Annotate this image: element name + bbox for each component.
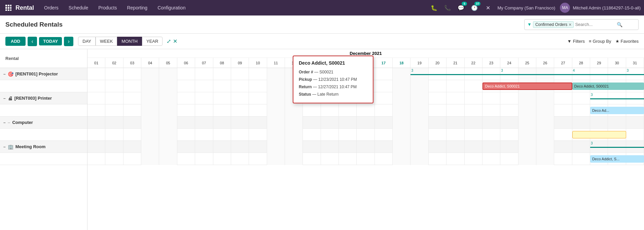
cal-cell-row0-day11[interactable]: [267, 68, 285, 80]
cal-cell-row0-day17[interactable]: [375, 68, 393, 80]
add-button[interactable]: ADD: [5, 37, 26, 46]
cal-cell-row4-day28[interactable]: [572, 117, 590, 129]
cal-cell-row5-day9[interactable]: [231, 129, 249, 141]
cal-cell-row4-day16[interactable]: [357, 117, 374, 129]
cal-cell-row6-day17[interactable]: [375, 141, 393, 153]
cal-cell-row2-day18[interactable]: [393, 92, 410, 104]
cal-cell-row3-day9[interactable]: [231, 104, 249, 117]
cal-cell-row4-day17[interactable]: [375, 117, 393, 129]
cal-cell-row2-day20[interactable]: [429, 92, 446, 104]
cal-cell-row2-day22[interactable]: [465, 92, 482, 104]
cal-cell-row3-day7[interactable]: [195, 104, 213, 117]
cal-cell-row4-day2[interactable]: [105, 117, 123, 129]
cal-cell-row6-day12[interactable]: [285, 141, 303, 153]
cal-cell-row3-day5[interactable]: [159, 104, 177, 117]
cal-cell-row4-day15[interactable]: [339, 117, 357, 129]
cal-cell-row2-day25[interactable]: [518, 92, 536, 104]
gantt-bar-row3[interactable]: Deco Ad...: [590, 107, 644, 114]
cal-cell-row2-day3[interactable]: [123, 92, 141, 104]
cal-cell-row7-day17[interactable]: [375, 153, 393, 165]
cal-cell-row4-day14[interactable]: [321, 117, 339, 129]
cal-cell-row6-day18[interactable]: [393, 141, 410, 153]
phone-icon[interactable]: 📞: [443, 3, 452, 12]
cal-cell-row1-day3[interactable]: [123, 80, 141, 92]
cal-cell-row3-day24[interactable]: [500, 104, 518, 117]
cal-cell-row2-day27[interactable]: [554, 92, 572, 104]
search-input[interactable]: [575, 22, 615, 27]
nav-reporting[interactable]: Reporting: [122, 3, 152, 12]
cal-cell-row5-day1[interactable]: [87, 129, 105, 141]
cal-cell-row3-day10[interactable]: [249, 104, 267, 117]
cal-cell-row1-day10[interactable]: [249, 80, 267, 92]
cal-cell-row7-day22[interactable]: [465, 153, 482, 165]
cal-cell-row3-day19[interactable]: [410, 104, 428, 117]
cal-cell-row5-day13[interactable]: [303, 129, 321, 141]
cal-cell-row1-day1[interactable]: [87, 80, 105, 92]
cal-cell-row4-day20[interactable]: [429, 117, 446, 129]
cal-cell-row3-day23[interactable]: [482, 104, 500, 117]
cal-cell-row5-day6[interactable]: [177, 129, 195, 141]
today-button[interactable]: TODAY: [39, 37, 62, 45]
cal-cell-row3-day22[interactable]: [465, 104, 482, 117]
view-year[interactable]: YEAR: [142, 37, 163, 46]
gantt-bar-row5[interactable]: [572, 131, 626, 138]
cal-cell-row5-day5[interactable]: [159, 129, 177, 141]
filter-tag-remove[interactable]: ×: [569, 22, 571, 27]
cal-cell-row3-day13[interactable]: [303, 104, 321, 117]
grid-menu-icon[interactable]: [3, 3, 13, 13]
cal-cell-row6-day26[interactable]: [536, 141, 554, 153]
cal-cell-row7-day8[interactable]: [213, 153, 231, 165]
cal-cell-row2-day10[interactable]: [249, 92, 267, 104]
cal-cell-row3-day28[interactable]: [572, 104, 590, 117]
cal-cell-row6-day28[interactable]: [572, 141, 590, 153]
cal-cell-row2-day8[interactable]: [213, 92, 231, 104]
cal-cell-row7-day1[interactable]: [87, 153, 105, 165]
group-row-meeting-room[interactable]: – 🏢 Meeting Room: [0, 141, 87, 153]
cal-cell-row4-day3[interactable]: [123, 117, 141, 129]
favorites-button[interactable]: ★ Favorites: [615, 39, 639, 44]
cal-cell-row4-day21[interactable]: [446, 117, 464, 129]
cal-cell-row7-day24[interactable]: [500, 153, 518, 165]
group-row-projector[interactable]: – 🎯 [RENT001] Projector: [0, 68, 87, 80]
cal-cell-row1-day9[interactable]: [231, 80, 249, 92]
cal-cell-row2-day6[interactable]: [177, 92, 195, 104]
cal-cell-row7-day5[interactable]: [159, 153, 177, 165]
cal-cell-row7-day9[interactable]: [231, 153, 249, 165]
cal-cell-row5-day26[interactable]: [536, 129, 554, 141]
cal-cell-row4-day29[interactable]: [590, 117, 608, 129]
cal-cell-row7-day3[interactable]: [123, 153, 141, 165]
view-week[interactable]: WEEK: [96, 37, 117, 46]
cal-cell-row6-day15[interactable]: [339, 141, 357, 153]
cal-cell-row6-day23[interactable]: [482, 141, 500, 153]
cal-cell-row6-day7[interactable]: [195, 141, 213, 153]
cal-cell-row1-day21[interactable]: [446, 80, 464, 92]
cal-cell-row0-day10[interactable]: [249, 68, 267, 80]
cal-cell-row1-day22[interactable]: [465, 80, 482, 92]
cal-cell-row1-day19[interactable]: [410, 80, 428, 92]
user-menu[interactable]: MA Mitchell Admin (11864297-15-0-all): [560, 3, 641, 13]
gantt-bar-row7[interactable]: Deco Addict, S...: [590, 155, 644, 163]
cal-cell-row7-day14[interactable]: [321, 153, 339, 165]
cal-cell-row5-day22[interactable]: [465, 129, 482, 141]
chat-icon[interactable]: 💬 5: [456, 3, 466, 12]
cal-cell-row2-day4[interactable]: [141, 92, 159, 104]
cal-cell-row1-day2[interactable]: [105, 80, 123, 92]
cal-cell-row3-day18[interactable]: [393, 104, 410, 117]
cal-cell-row3-day17[interactable]: [375, 104, 393, 117]
cal-cell-row4-day27[interactable]: [554, 117, 572, 129]
cal-cell-row4-day22[interactable]: [465, 117, 482, 129]
cal-cell-row0-day5[interactable]: [159, 68, 177, 80]
cal-cell-row6-day20[interactable]: [429, 141, 446, 153]
cal-cell-row0-day18[interactable]: [393, 68, 410, 80]
cal-cell-row5-day16[interactable]: [357, 129, 374, 141]
cal-cell-row4-day13[interactable]: [303, 117, 321, 129]
cal-cell-row7-day10[interactable]: [249, 153, 267, 165]
cal-cell-row0-day1[interactable]: [87, 68, 105, 80]
cal-cell-row4-day31[interactable]: [626, 117, 644, 129]
cal-cell-row1-day5[interactable]: [159, 80, 177, 92]
cal-cell-row7-day23[interactable]: [482, 153, 500, 165]
cal-cell-row0-day6[interactable]: [177, 68, 195, 80]
groupby-button[interactable]: ≡ Group By: [589, 39, 611, 44]
cal-cell-row2-day21[interactable]: [446, 92, 464, 104]
cal-cell-row6-day9[interactable]: [231, 141, 249, 153]
